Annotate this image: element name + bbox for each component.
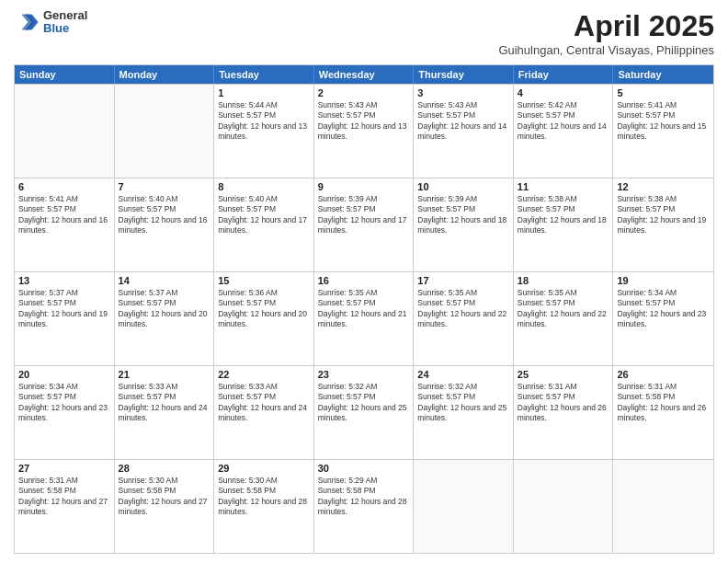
calendar-cell-14: 13Sunrise: 5:37 AM Sunset: 5:57 PM Dayli… bbox=[15, 272, 115, 365]
cell-info: Sunrise: 5:39 AM Sunset: 5:57 PM Dayligh… bbox=[318, 194, 410, 236]
calendar-cell-0 bbox=[15, 85, 115, 178]
cell-info: Sunrise: 5:38 AM Sunset: 5:57 PM Dayligh… bbox=[617, 194, 710, 236]
cell-info: Sunrise: 5:35 AM Sunset: 5:57 PM Dayligh… bbox=[318, 288, 410, 330]
cell-info: Sunrise: 5:33 AM Sunset: 5:57 PM Dayligh… bbox=[218, 382, 310, 424]
logo-general-text: General bbox=[43, 9, 87, 22]
calendar-cell-33 bbox=[514, 460, 614, 553]
day-number: 25 bbox=[518, 369, 609, 380]
day-number: 22 bbox=[218, 369, 310, 380]
day-number: 6 bbox=[18, 181, 110, 192]
day-number: 26 bbox=[617, 369, 710, 380]
calendar-cell-8: 7Sunrise: 5:40 AM Sunset: 5:57 PM Daylig… bbox=[115, 178, 215, 271]
title-block: April 2025 Guihulngan, Central Visayas, … bbox=[498, 9, 714, 57]
day-number: 3 bbox=[417, 87, 509, 98]
day-number: 14 bbox=[119, 275, 210, 286]
cell-info: Sunrise: 5:32 AM Sunset: 5:57 PM Dayligh… bbox=[318, 382, 410, 424]
day-number: 29 bbox=[218, 463, 310, 474]
calendar-row-3: 13Sunrise: 5:37 AM Sunset: 5:57 PM Dayli… bbox=[15, 271, 713, 365]
calendar-cell-7: 6Sunrise: 5:41 AM Sunset: 5:57 PM Daylig… bbox=[15, 178, 115, 271]
header-tuesday: Tuesday bbox=[214, 65, 314, 84]
calendar-cell-6: 5Sunrise: 5:41 AM Sunset: 5:57 PM Daylig… bbox=[613, 85, 713, 178]
cell-info: Sunrise: 5:30 AM Sunset: 5:58 PM Dayligh… bbox=[218, 476, 310, 518]
title-month: April 2025 bbox=[498, 9, 714, 43]
calendar-cell-16: 15Sunrise: 5:36 AM Sunset: 5:57 PM Dayli… bbox=[214, 272, 314, 365]
day-number: 18 bbox=[518, 275, 609, 286]
logo-blue-text: Blue bbox=[43, 22, 87, 35]
calendar-cell-26: 25Sunrise: 5:31 AM Sunset: 5:57 PM Dayli… bbox=[514, 366, 614, 459]
header: General Blue April 2025 Guihulngan, Cent… bbox=[14, 9, 714, 57]
calendar-body: 1Sunrise: 5:44 AM Sunset: 5:57 PM Daylig… bbox=[15, 84, 713, 553]
day-number: 10 bbox=[417, 181, 509, 192]
header-wednesday: Wednesday bbox=[314, 65, 415, 84]
day-number: 15 bbox=[218, 275, 310, 286]
cell-info: Sunrise: 5:41 AM Sunset: 5:57 PM Dayligh… bbox=[18, 194, 110, 236]
cell-info: Sunrise: 5:35 AM Sunset: 5:57 PM Dayligh… bbox=[518, 288, 609, 330]
calendar-row-2: 6Sunrise: 5:41 AM Sunset: 5:57 PM Daylig… bbox=[15, 178, 713, 271]
calendar-cell-15: 14Sunrise: 5:37 AM Sunset: 5:57 PM Dayli… bbox=[115, 272, 215, 365]
calendar-row-5: 27Sunrise: 5:31 AM Sunset: 5:58 PM Dayli… bbox=[15, 459, 713, 553]
day-number: 27 bbox=[18, 463, 110, 474]
cell-info: Sunrise: 5:37 AM Sunset: 5:57 PM Dayligh… bbox=[119, 288, 210, 330]
logo: General Blue bbox=[14, 9, 87, 36]
calendar-cell-1 bbox=[115, 85, 215, 178]
calendar-cell-12: 11Sunrise: 5:38 AM Sunset: 5:57 PM Dayli… bbox=[514, 178, 614, 271]
calendar-cell-4: 3Sunrise: 5:43 AM Sunset: 5:57 PM Daylig… bbox=[414, 85, 514, 178]
cell-info: Sunrise: 5:31 AM Sunset: 5:57 PM Dayligh… bbox=[518, 382, 609, 424]
calendar-cell-31: 30Sunrise: 5:29 AM Sunset: 5:58 PM Dayli… bbox=[314, 460, 415, 553]
calendar-cell-22: 21Sunrise: 5:33 AM Sunset: 5:57 PM Dayli… bbox=[115, 366, 215, 459]
calendar-header: Sunday Monday Tuesday Wednesday Thursday… bbox=[15, 65, 713, 84]
calendar-cell-19: 18Sunrise: 5:35 AM Sunset: 5:57 PM Dayli… bbox=[514, 272, 614, 365]
cell-info: Sunrise: 5:43 AM Sunset: 5:57 PM Dayligh… bbox=[417, 100, 509, 143]
day-number: 2 bbox=[318, 87, 410, 98]
calendar-row-4: 20Sunrise: 5:34 AM Sunset: 5:57 PM Dayli… bbox=[15, 365, 713, 459]
day-number: 30 bbox=[318, 463, 410, 474]
cell-info: Sunrise: 5:39 AM Sunset: 5:57 PM Dayligh… bbox=[417, 194, 509, 236]
cell-info: Sunrise: 5:30 AM Sunset: 5:58 PM Dayligh… bbox=[119, 476, 210, 518]
day-number: 19 bbox=[617, 275, 710, 286]
cell-info: Sunrise: 5:40 AM Sunset: 5:57 PM Dayligh… bbox=[119, 194, 210, 236]
cell-info: Sunrise: 5:31 AM Sunset: 5:58 PM Dayligh… bbox=[18, 476, 110, 518]
calendar-cell-3: 2Sunrise: 5:43 AM Sunset: 5:57 PM Daylig… bbox=[314, 85, 415, 178]
calendar-cell-13: 12Sunrise: 5:38 AM Sunset: 5:57 PM Dayli… bbox=[613, 178, 713, 271]
calendar-cell-24: 23Sunrise: 5:32 AM Sunset: 5:57 PM Dayli… bbox=[314, 366, 415, 459]
cell-info: Sunrise: 5:44 AM Sunset: 5:57 PM Dayligh… bbox=[218, 100, 310, 143]
header-thursday: Thursday bbox=[414, 65, 514, 84]
day-number: 11 bbox=[518, 181, 609, 192]
calendar-cell-18: 17Sunrise: 5:35 AM Sunset: 5:57 PM Dayli… bbox=[414, 272, 514, 365]
logo-text: General Blue bbox=[43, 9, 87, 36]
cell-info: Sunrise: 5:33 AM Sunset: 5:57 PM Dayligh… bbox=[119, 382, 210, 424]
cell-info: Sunrise: 5:38 AM Sunset: 5:57 PM Dayligh… bbox=[518, 194, 609, 236]
cell-info: Sunrise: 5:43 AM Sunset: 5:57 PM Dayligh… bbox=[318, 100, 410, 143]
cell-info: Sunrise: 5:41 AM Sunset: 5:57 PM Dayligh… bbox=[617, 100, 710, 143]
cell-info: Sunrise: 5:37 AM Sunset: 5:57 PM Dayligh… bbox=[18, 288, 110, 330]
calendar-cell-9: 8Sunrise: 5:40 AM Sunset: 5:57 PM Daylig… bbox=[214, 178, 314, 271]
cell-info: Sunrise: 5:34 AM Sunset: 5:57 PM Dayligh… bbox=[18, 382, 110, 424]
day-number: 7 bbox=[119, 181, 210, 192]
day-number: 1 bbox=[218, 87, 310, 98]
day-number: 5 bbox=[617, 87, 710, 98]
calendar-cell-5: 4Sunrise: 5:42 AM Sunset: 5:57 PM Daylig… bbox=[514, 85, 614, 178]
day-number: 21 bbox=[119, 369, 210, 380]
calendar: Sunday Monday Tuesday Wednesday Thursday… bbox=[14, 64, 714, 554]
calendar-cell-11: 10Sunrise: 5:39 AM Sunset: 5:57 PM Dayli… bbox=[414, 178, 514, 271]
calendar-cell-10: 9Sunrise: 5:39 AM Sunset: 5:57 PM Daylig… bbox=[314, 178, 415, 271]
day-number: 8 bbox=[218, 181, 310, 192]
calendar-cell-21: 20Sunrise: 5:34 AM Sunset: 5:57 PM Dayli… bbox=[15, 366, 115, 459]
cell-info: Sunrise: 5:42 AM Sunset: 5:57 PM Dayligh… bbox=[518, 100, 609, 143]
cell-info: Sunrise: 5:29 AM Sunset: 5:58 PM Dayligh… bbox=[318, 476, 410, 518]
calendar-cell-20: 19Sunrise: 5:34 AM Sunset: 5:57 PM Dayli… bbox=[613, 272, 713, 365]
cell-info: Sunrise: 5:34 AM Sunset: 5:57 PM Dayligh… bbox=[617, 288, 710, 330]
cell-info: Sunrise: 5:40 AM Sunset: 5:57 PM Dayligh… bbox=[218, 194, 310, 236]
cell-info: Sunrise: 5:32 AM Sunset: 5:57 PM Dayligh… bbox=[417, 382, 509, 424]
cell-info: Sunrise: 5:31 AM Sunset: 5:58 PM Dayligh… bbox=[617, 382, 710, 424]
calendar-cell-32 bbox=[414, 460, 514, 553]
day-number: 17 bbox=[417, 275, 509, 286]
header-sunday: Sunday bbox=[15, 65, 115, 84]
header-saturday: Saturday bbox=[613, 65, 713, 84]
calendar-cell-2: 1Sunrise: 5:44 AM Sunset: 5:57 PM Daylig… bbox=[214, 85, 314, 178]
day-number: 28 bbox=[119, 463, 210, 474]
calendar-cell-30: 29Sunrise: 5:30 AM Sunset: 5:58 PM Dayli… bbox=[214, 460, 314, 553]
calendar-cell-34 bbox=[613, 460, 713, 553]
cell-info: Sunrise: 5:36 AM Sunset: 5:57 PM Dayligh… bbox=[218, 288, 310, 330]
day-number: 13 bbox=[18, 275, 110, 286]
